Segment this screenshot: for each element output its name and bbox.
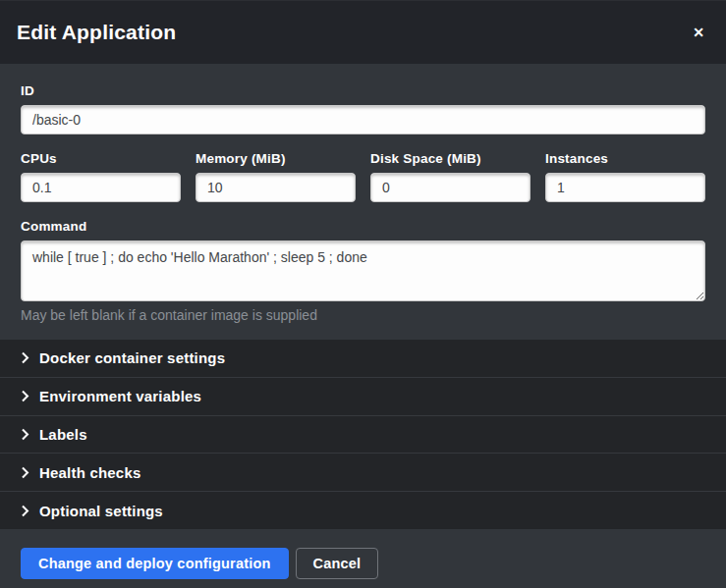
modal-body: ID CPUs Memory (MiB) Disk Space (MiB) In…: [0, 64, 726, 340]
command-help-text: May be left blank if a container image i…: [21, 307, 705, 323]
collapsible-sections: Docker container settings Environment va…: [0, 340, 726, 529]
section-label: Labels: [39, 426, 87, 443]
cpus-field-group: CPUs: [21, 151, 181, 202]
memory-label: Memory (MiB): [195, 151, 356, 166]
page-title: Edit Application: [17, 21, 176, 44]
command-textarea[interactable]: while [ true ] ; do echo 'Hello Marathon…: [21, 241, 705, 301]
chevron-right-icon: [21, 428, 29, 441]
id-field-group: ID: [21, 83, 705, 134]
chevron-right-icon: [21, 351, 29, 364]
command-label: Command: [21, 219, 705, 234]
section-label: Environment variables: [39, 388, 201, 404]
cpus-input[interactable]: [21, 173, 181, 202]
edit-application-modal: Edit Application ✕ ID CPUs Memory (MiB) …: [0, 0, 726, 588]
instances-field-group: Instances: [545, 151, 705, 202]
cancel-button[interactable]: Cancel: [296, 548, 379, 579]
chevron-right-icon: [21, 466, 29, 479]
chevron-right-icon: [21, 390, 29, 402]
section-environment-variables[interactable]: Environment variables: [0, 378, 726, 416]
id-label: ID: [21, 83, 705, 98]
section-label: Docker container settings: [39, 349, 225, 366]
resources-row: CPUs Memory (MiB) Disk Space (MiB) Insta…: [21, 151, 705, 202]
id-input[interactable]: [21, 105, 705, 134]
section-health-checks[interactable]: Health checks: [0, 454, 726, 492]
section-label: Optional settings: [39, 503, 163, 519]
change-and-deploy-button[interactable]: Change and deploy configuration: [21, 548, 289, 579]
memory-input[interactable]: [195, 173, 356, 202]
close-icon[interactable]: ✕: [689, 22, 708, 43]
disk-field-group: Disk Space (MiB): [370, 151, 531, 202]
section-optional-settings[interactable]: Optional settings: [0, 492, 726, 529]
modal-footer: Change and deploy configuration Cancel: [0, 529, 726, 588]
memory-field-group: Memory (MiB): [195, 151, 356, 202]
disk-label: Disk Space (MiB): [370, 151, 531, 166]
section-labels[interactable]: Labels: [0, 416, 726, 454]
instances-input[interactable]: [545, 173, 705, 202]
chevron-right-icon: [21, 505, 29, 517]
section-label: Health checks: [39, 464, 140, 481]
modal-header: Edit Application ✕: [0, 0, 726, 64]
disk-input[interactable]: [370, 173, 531, 202]
cpus-label: CPUs: [21, 151, 181, 166]
section-docker-container-settings[interactable]: Docker container settings: [0, 340, 726, 378]
instances-label: Instances: [545, 151, 705, 166]
command-field-group: Command while [ true ] ; do echo 'Hello …: [21, 219, 705, 323]
